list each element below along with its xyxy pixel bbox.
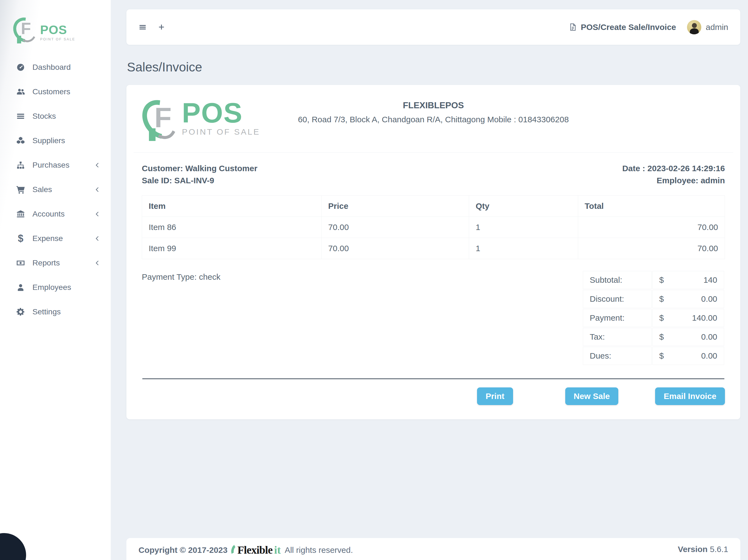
hamburger-menu-icon[interactable] <box>139 23 147 31</box>
sidebar-item-label: Expense <box>32 234 63 243</box>
sidebar-item-reports[interactable]: Reports <box>0 251 111 275</box>
cell-qty: 1 <box>469 217 578 238</box>
user-menu[interactable]: admin <box>706 23 728 32</box>
table-row: Item 99 70.00 1 70.00 <box>142 238 725 259</box>
sidebar-item-label: Purchases <box>32 161 70 169</box>
sidebar-item-label: Dashboard <box>32 63 71 72</box>
plus-icon[interactable] <box>158 23 165 31</box>
topbar: POS/Create Sale/Invoice admin <box>126 9 740 45</box>
brand-name: POS <box>40 24 75 36</box>
date-line: Date : 2023-02-26 14:29:16 <box>622 162 725 174</box>
bars-icon <box>16 112 25 121</box>
currency-symbol: $ <box>659 332 664 342</box>
sidebar-item-expense[interactable]: $ Expense <box>0 226 111 251</box>
sidebar-item-accounts[interactable]: Accounts <box>0 202 111 226</box>
page-title: Sales/Invoice <box>127 60 740 74</box>
currency-symbol: $ <box>659 294 664 304</box>
company-info: FLEXIBLEPOS 60, Road 7/3, Block A, Chand… <box>227 100 639 124</box>
cell-item: Item 99 <box>142 238 322 259</box>
app-layout: F POS POINT OF SALE Dashboard Customers <box>0 0 748 560</box>
bank-icon <box>16 209 25 219</box>
chevron-left-icon <box>94 210 101 218</box>
sidebar-item-label: Sales <box>32 185 52 194</box>
chevron-left-icon <box>94 162 101 169</box>
sidebar-item-label: Settings <box>32 307 61 316</box>
sidebar-item-suppliers[interactable]: Suppliers <box>0 128 111 153</box>
totals-row-payment: Payment: $140.00 <box>583 309 724 327</box>
cell-total: 70.00 <box>578 217 725 238</box>
sidebar-item-label: Employees <box>32 283 71 292</box>
cell-qty: 1 <box>469 238 578 259</box>
sidebar-item-employees[interactable]: Employees <box>0 275 111 300</box>
copyright-text: Copyright © 2017-2023 <box>139 545 228 555</box>
invoice-meta: Customer: Walking Customer Sale ID: SAL-… <box>142 162 725 187</box>
sale-id-line: Sale ID: SAL-INV-9 <box>142 174 257 187</box>
rights-text: All rights reserved. <box>285 545 353 555</box>
totals-row-subtotal: Subtotal: $140 <box>583 271 724 289</box>
flexible-swoosh-icon <box>231 544 240 556</box>
brand-tagline: POINT OF SALE <box>182 127 260 137</box>
cubes-icon <box>16 136 25 145</box>
header-divider <box>134 152 733 153</box>
sidebar-item-sales[interactable]: Sales <box>0 177 111 202</box>
totals-label: Payment: <box>583 309 652 327</box>
flexible-it-logo: Flexible it <box>231 543 281 556</box>
user-avatar[interactable] <box>687 20 701 34</box>
invoice-actions: Print New Sale Email Invoice <box>142 388 725 405</box>
chevron-left-icon <box>94 186 101 193</box>
payment-row: Payment Type: check Subtotal: $140 Disco… <box>142 270 725 366</box>
pos-logo-icon: F <box>144 99 178 140</box>
flexible-wordmark: Flexible <box>237 543 273 556</box>
print-button[interactable]: Print <box>477 388 513 405</box>
col-header-total: Total <box>578 196 725 217</box>
totals-label: Tax: <box>583 328 652 346</box>
totals-amount: 0.00 <box>701 294 717 304</box>
currency-symbol: $ <box>659 313 664 323</box>
col-header-qty: Qty <box>469 196 578 217</box>
money-bill-icon <box>16 258 25 267</box>
sidebar-item-label: Reports <box>32 258 60 267</box>
items-table-header-row: Item Price Qty Total <box>142 196 725 217</box>
sidebar-item-stocks[interactable]: Stocks <box>0 104 111 128</box>
sidebar-brand-logo[interactable]: F POS POINT OF SALE <box>14 17 111 43</box>
cell-price: 70.00 <box>322 238 469 259</box>
sidebar-item-dashboard[interactable]: Dashboard <box>0 55 111 79</box>
sidebar-item-purchases[interactable]: Purchases <box>0 153 111 177</box>
sitemap-icon <box>16 161 25 170</box>
payment-type-line: Payment Type: check <box>142 272 220 282</box>
totals-table: Subtotal: $140 Discount: $0.00 Payment: … <box>582 270 725 366</box>
pos-logo-letter: F <box>155 103 171 132</box>
new-sale-button[interactable]: New Sale <box>565 388 618 405</box>
sidebar-item-customers[interactable]: Customers <box>0 79 111 104</box>
it-wordmark: it <box>274 543 281 556</box>
sidebar-item-label: Stocks <box>32 112 56 121</box>
totals-amount: 0.00 <box>701 332 717 342</box>
table-row: Item 86 70.00 1 70.00 <box>142 217 725 238</box>
actions-divider <box>142 378 724 379</box>
breadcrumb: POS/Create Sale/Invoice <box>568 23 676 32</box>
invoice-header: F POS POINT OF SALE FLEXIBLEPOS 60, Road… <box>142 96 725 152</box>
totals-amount: 140 <box>703 275 717 285</box>
invoice-file-icon <box>568 23 577 31</box>
version-label: Version <box>678 544 708 554</box>
cell-total: 70.00 <box>578 238 725 259</box>
email-invoice-button[interactable]: Email Invoice <box>655 388 725 405</box>
user-icon <box>16 283 25 292</box>
sidebar-item-label: Customers <box>32 87 70 96</box>
sidebar-item-settings[interactable]: Settings <box>0 300 111 324</box>
corner-widget[interactable] <box>0 533 26 560</box>
currency-symbol: $ <box>659 275 664 285</box>
totals-amount: 140.00 <box>692 313 717 323</box>
col-header-price: Price <box>322 196 469 217</box>
cell-price: 70.00 <box>322 217 469 238</box>
totals-label: Discount: <box>583 290 652 308</box>
sidebar-nav: Dashboard Customers Stocks Suppliers <box>0 55 111 324</box>
totals-label: Dues: <box>583 347 652 365</box>
totals-amount: 0.00 <box>701 351 717 360</box>
chevron-left-icon <box>94 235 101 242</box>
company-address: 60, Road 7/3, Block A, Chandgoan R/A, Ch… <box>227 115 639 124</box>
items-table: Item Price Qty Total Item 86 70.00 1 70.… <box>142 195 725 259</box>
main-area: POS/Create Sale/Invoice admin Sales/Invo… <box>111 0 748 560</box>
dashboard-gauge-icon <box>16 63 25 72</box>
pos-logo-letter: F <box>21 20 31 37</box>
